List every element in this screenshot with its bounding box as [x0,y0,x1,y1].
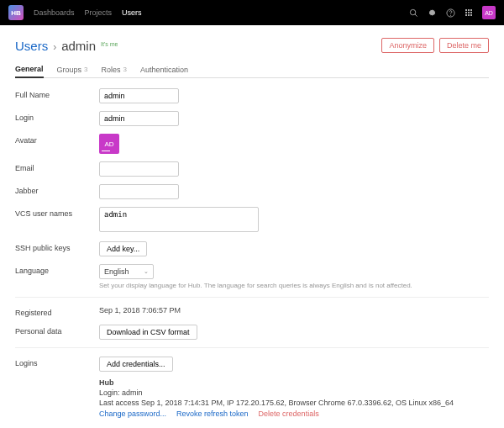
label-language: Language [15,264,99,275]
tab-roles[interactable]: Roles3 [102,61,127,77]
label-email: Email [15,161,99,172]
row-vcs: VCS user names admin [15,207,489,234]
row-avatar: Avatar AD [15,134,489,154]
row-ssh: SSH public keys Add key... [15,241,489,256]
topbar: HB Dashboards Projects Users AD [0,0,504,25]
label-login: Login [15,111,99,122]
vcs-input[interactable]: admin [99,207,259,232]
app-logo[interactable]: HB [8,5,24,20]
its-me-badge: It's me [101,41,118,47]
search-icon[interactable] [408,8,418,18]
label-personal-data: Personal data [15,325,99,336]
anonymize-button[interactable]: Anonymize [381,38,434,53]
credential-block: Hub Login: admin Last access Sep 1, 2018… [99,378,489,418]
breadcrumb: Users › admin It's me [15,39,118,53]
revoke-token-link[interactable]: Revoke refresh token [176,410,249,418]
jabber-input[interactable] [99,184,179,199]
header-actions: Anonymize Delete me [381,38,489,53]
email-input[interactable] [99,161,179,177]
row-email: Email [15,161,489,177]
gear-icon[interactable] [427,8,437,18]
row-registered: Registered Sep 1, 2018 7:06:57 PM [15,297,489,317]
row-full-name: Full Name [15,88,489,103]
tab-general-label: General [15,65,44,73]
delete-me-button[interactable]: Delete me [439,38,489,53]
tab-authentication[interactable]: Authentication [140,61,188,77]
label-avatar: Avatar [15,134,99,145]
nav-users[interactable]: Users [122,8,142,17]
tab-general[interactable]: General [15,61,44,78]
tab-authentication-label: Authentication [140,66,188,74]
tabs: General Groups3 Roles3 Authentication [15,61,489,78]
user-avatar[interactable]: AD [482,6,496,19]
download-csv-button[interactable]: Download in CSV format [99,325,197,340]
breadcrumb-users-link[interactable]: Users [15,39,48,53]
label-ssh: SSH public keys [15,241,99,252]
nav-dashboards[interactable]: Dashboards [34,8,75,17]
help-icon[interactable] [445,8,455,18]
add-credentials-button[interactable]: Add credentials... [99,357,173,372]
apps-icon[interactable] [464,8,474,18]
tab-roles-count: 3 [123,66,127,73]
full-name-input[interactable] [99,88,179,103]
tab-groups-count: 3 [84,66,87,73]
row-logins: Logins Add credentials... Hub Login: adm… [15,347,489,423]
page-title: admin [61,39,96,53]
svg-point-0 [410,9,415,14]
nav-projects[interactable]: Projects [85,8,113,17]
chevron-down-icon: ⌄ [144,268,149,275]
page-content: Users › admin It's me Anonymize Delete m… [0,25,504,428]
registered-value: Sep 1, 2018 7:06:57 PM [99,306,489,314]
label-vcs: VCS user names [15,207,99,218]
page-header: Users › admin It's me Anonymize Delete m… [15,38,489,53]
label-logins: Logins [15,357,99,367]
row-login: Login [15,111,489,126]
row-jabber: Jabber [15,184,489,199]
svg-line-1 [414,13,417,16]
breadcrumb-separator: › [53,41,56,53]
topbar-right: AD [408,6,496,19]
row-personal-data: Personal data Download in CSV format [15,325,489,340]
credential-title: Hub [99,378,489,387]
language-select[interactable]: English ⌄ [99,264,154,279]
row-language: Language English ⌄ Set your display lang… [15,264,489,289]
credential-login: Login: admin [99,388,489,397]
login-input[interactable] [99,111,179,126]
credential-last-access: Last access Sep 1, 2018 7:14:31 PM, IP 1… [99,399,489,407]
label-full-name: Full Name [15,88,99,99]
credential-actions: Change password... Revoke refresh token … [99,410,489,418]
label-jabber: Jabber [15,184,99,195]
tab-groups[interactable]: Groups3 [57,61,88,77]
tab-groups-label: Groups [57,66,82,74]
change-password-link[interactable]: Change password... [99,410,166,418]
label-registered: Registered [15,306,99,317]
avatar-preview[interactable]: AD [99,134,119,154]
delete-credentials-link[interactable]: Delete credentials [259,410,319,418]
language-hint: Set your display language for Hub. The l… [99,282,489,289]
add-key-button[interactable]: Add key... [99,241,147,256]
language-selected: English [104,267,129,276]
tab-roles-label: Roles [102,66,121,74]
topbar-left: HB Dashboards Projects Users [8,5,142,20]
